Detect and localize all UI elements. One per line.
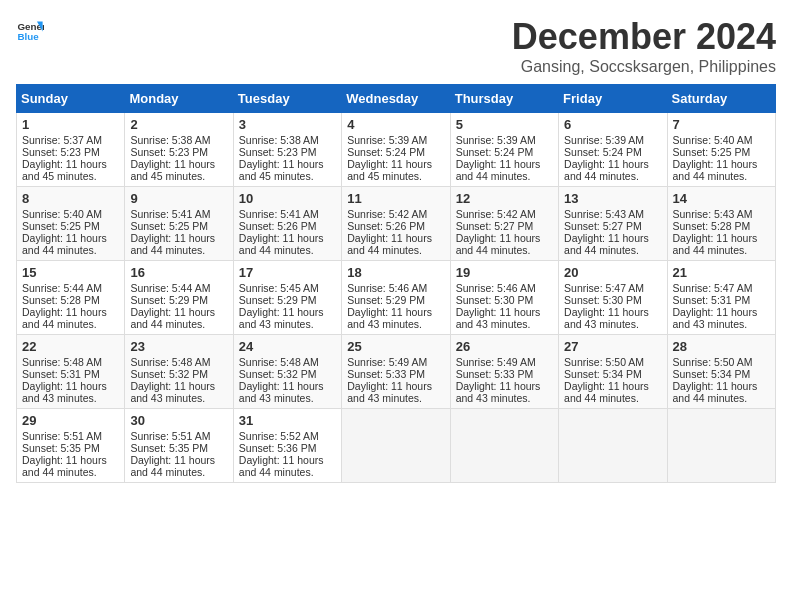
- table-row: 12 Sunrise: 5:42 AM Sunset: 5:27 PM Dayl…: [450, 187, 558, 261]
- sunrise-label: Sunrise: 5:47 AM: [673, 282, 753, 294]
- day-number: 10: [239, 191, 336, 206]
- table-row: 11 Sunrise: 5:42 AM Sunset: 5:26 PM Dayl…: [342, 187, 450, 261]
- day-number: 14: [673, 191, 770, 206]
- table-row: [667, 409, 775, 483]
- sunset-label: Sunset: 5:29 PM: [239, 294, 317, 306]
- sunrise-label: Sunrise: 5:44 AM: [130, 282, 210, 294]
- header: General Blue December 2024 Gansing, Socc…: [16, 16, 776, 76]
- table-row: 20 Sunrise: 5:47 AM Sunset: 5:30 PM Dayl…: [559, 261, 667, 335]
- daylight-label: Daylight: 11 hours and 44 minutes.: [22, 232, 107, 256]
- day-number: 2: [130, 117, 227, 132]
- day-number: 19: [456, 265, 553, 280]
- sunrise-label: Sunrise: 5:48 AM: [130, 356, 210, 368]
- day-number: 25: [347, 339, 444, 354]
- sunset-label: Sunset: 5:26 PM: [347, 220, 425, 232]
- table-row: 1 Sunrise: 5:37 AM Sunset: 5:23 PM Dayli…: [17, 113, 125, 187]
- table-row: 22 Sunrise: 5:48 AM Sunset: 5:31 PM Dayl…: [17, 335, 125, 409]
- table-row: 16 Sunrise: 5:44 AM Sunset: 5:29 PM Dayl…: [125, 261, 233, 335]
- header-row: Sunday Monday Tuesday Wednesday Thursday…: [17, 85, 776, 113]
- daylight-label: Daylight: 11 hours and 45 minutes.: [239, 158, 324, 182]
- sunset-label: Sunset: 5:35 PM: [130, 442, 208, 454]
- sunrise-label: Sunrise: 5:49 AM: [456, 356, 536, 368]
- day-number: 22: [22, 339, 119, 354]
- table-row: 29 Sunrise: 5:51 AM Sunset: 5:35 PM Dayl…: [17, 409, 125, 483]
- sunrise-label: Sunrise: 5:41 AM: [239, 208, 319, 220]
- day-number: 7: [673, 117, 770, 132]
- day-number: 6: [564, 117, 661, 132]
- sunrise-label: Sunrise: 5:50 AM: [673, 356, 753, 368]
- sunrise-label: Sunrise: 5:49 AM: [347, 356, 427, 368]
- daylight-label: Daylight: 11 hours and 44 minutes.: [239, 454, 324, 478]
- sunset-label: Sunset: 5:24 PM: [456, 146, 534, 158]
- daylight-label: Daylight: 11 hours and 43 minutes.: [564, 306, 649, 330]
- sunset-label: Sunset: 5:23 PM: [239, 146, 317, 158]
- calendar-week-row: 8 Sunrise: 5:40 AM Sunset: 5:25 PM Dayli…: [17, 187, 776, 261]
- sunrise-label: Sunrise: 5:44 AM: [22, 282, 102, 294]
- sunrise-label: Sunrise: 5:50 AM: [564, 356, 644, 368]
- daylight-label: Daylight: 11 hours and 43 minutes.: [22, 380, 107, 404]
- table-row: 25 Sunrise: 5:49 AM Sunset: 5:33 PM Dayl…: [342, 335, 450, 409]
- daylight-label: Daylight: 11 hours and 44 minutes.: [564, 232, 649, 256]
- daylight-label: Daylight: 11 hours and 44 minutes.: [239, 232, 324, 256]
- calendar-week-row: 15 Sunrise: 5:44 AM Sunset: 5:28 PM Dayl…: [17, 261, 776, 335]
- sunset-label: Sunset: 5:30 PM: [564, 294, 642, 306]
- table-row: 4 Sunrise: 5:39 AM Sunset: 5:24 PM Dayli…: [342, 113, 450, 187]
- table-row: 14 Sunrise: 5:43 AM Sunset: 5:28 PM Dayl…: [667, 187, 775, 261]
- table-row: 15 Sunrise: 5:44 AM Sunset: 5:28 PM Dayl…: [17, 261, 125, 335]
- table-row: 19 Sunrise: 5:46 AM Sunset: 5:30 PM Dayl…: [450, 261, 558, 335]
- day-number: 8: [22, 191, 119, 206]
- daylight-label: Daylight: 11 hours and 43 minutes.: [456, 306, 541, 330]
- daylight-label: Daylight: 11 hours and 44 minutes.: [673, 232, 758, 256]
- sunrise-label: Sunrise: 5:48 AM: [239, 356, 319, 368]
- table-row: 23 Sunrise: 5:48 AM Sunset: 5:32 PM Dayl…: [125, 335, 233, 409]
- table-row: 30 Sunrise: 5:51 AM Sunset: 5:35 PM Dayl…: [125, 409, 233, 483]
- daylight-label: Daylight: 11 hours and 44 minutes.: [456, 158, 541, 182]
- sunrise-label: Sunrise: 5:43 AM: [673, 208, 753, 220]
- col-tuesday: Tuesday: [233, 85, 341, 113]
- table-row: 9 Sunrise: 5:41 AM Sunset: 5:25 PM Dayli…: [125, 187, 233, 261]
- table-row: [559, 409, 667, 483]
- sunset-label: Sunset: 5:32 PM: [130, 368, 208, 380]
- daylight-label: Daylight: 11 hours and 44 minutes.: [130, 454, 215, 478]
- sunrise-label: Sunrise: 5:42 AM: [456, 208, 536, 220]
- table-row: 7 Sunrise: 5:40 AM Sunset: 5:25 PM Dayli…: [667, 113, 775, 187]
- table-row: 21 Sunrise: 5:47 AM Sunset: 5:31 PM Dayl…: [667, 261, 775, 335]
- sunset-label: Sunset: 5:31 PM: [22, 368, 100, 380]
- table-row: 10 Sunrise: 5:41 AM Sunset: 5:26 PM Dayl…: [233, 187, 341, 261]
- sunrise-label: Sunrise: 5:39 AM: [456, 134, 536, 146]
- table-row: 27 Sunrise: 5:50 AM Sunset: 5:34 PM Dayl…: [559, 335, 667, 409]
- sunset-label: Sunset: 5:31 PM: [673, 294, 751, 306]
- daylight-label: Daylight: 11 hours and 44 minutes.: [673, 158, 758, 182]
- day-number: 31: [239, 413, 336, 428]
- table-row: 26 Sunrise: 5:49 AM Sunset: 5:33 PM Dayl…: [450, 335, 558, 409]
- col-saturday: Saturday: [667, 85, 775, 113]
- sunset-label: Sunset: 5:32 PM: [239, 368, 317, 380]
- title-section: December 2024 Gansing, Soccsksargen, Phi…: [512, 16, 776, 76]
- daylight-label: Daylight: 11 hours and 44 minutes.: [347, 232, 432, 256]
- daylight-label: Daylight: 11 hours and 44 minutes.: [130, 306, 215, 330]
- sunset-label: Sunset: 5:28 PM: [22, 294, 100, 306]
- day-number: 23: [130, 339, 227, 354]
- sunrise-label: Sunrise: 5:38 AM: [239, 134, 319, 146]
- table-row: 8 Sunrise: 5:40 AM Sunset: 5:25 PM Dayli…: [17, 187, 125, 261]
- table-row: [450, 409, 558, 483]
- day-number: 30: [130, 413, 227, 428]
- day-number: 27: [564, 339, 661, 354]
- day-number: 20: [564, 265, 661, 280]
- table-row: 2 Sunrise: 5:38 AM Sunset: 5:23 PM Dayli…: [125, 113, 233, 187]
- table-row: 5 Sunrise: 5:39 AM Sunset: 5:24 PM Dayli…: [450, 113, 558, 187]
- subtitle: Gansing, Soccsksargen, Philippines: [512, 58, 776, 76]
- sunrise-label: Sunrise: 5:41 AM: [130, 208, 210, 220]
- daylight-label: Daylight: 11 hours and 45 minutes.: [22, 158, 107, 182]
- day-number: 4: [347, 117, 444, 132]
- col-friday: Friday: [559, 85, 667, 113]
- table-row: 3 Sunrise: 5:38 AM Sunset: 5:23 PM Dayli…: [233, 113, 341, 187]
- daylight-label: Daylight: 11 hours and 44 minutes.: [564, 380, 649, 404]
- sunrise-label: Sunrise: 5:51 AM: [22, 430, 102, 442]
- day-number: 29: [22, 413, 119, 428]
- sunset-label: Sunset: 5:36 PM: [239, 442, 317, 454]
- main-title: December 2024: [512, 16, 776, 58]
- sunset-label: Sunset: 5:29 PM: [130, 294, 208, 306]
- sunrise-label: Sunrise: 5:46 AM: [456, 282, 536, 294]
- daylight-label: Daylight: 11 hours and 43 minutes.: [130, 380, 215, 404]
